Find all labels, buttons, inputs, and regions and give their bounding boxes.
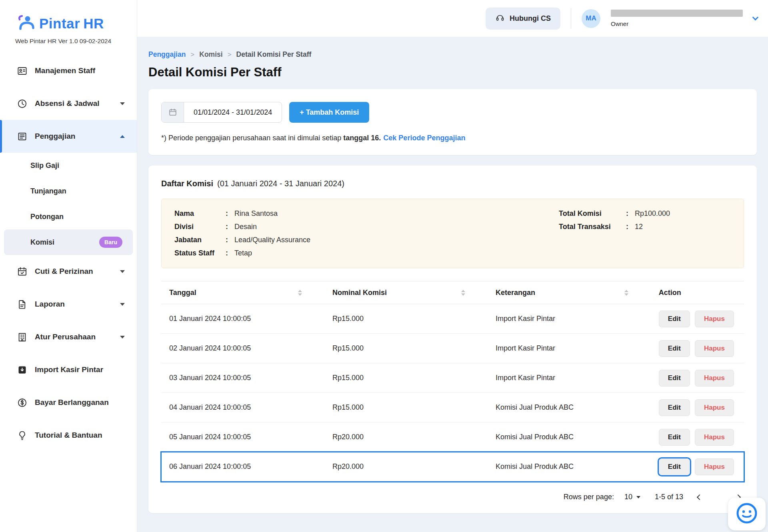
sidebar-item-penggajian[interactable]: Penggajian [0,120,137,153]
breadcrumb: Penggajian > Komisi > Detail Komisi Per … [148,50,757,59]
delete-button[interactable]: Hapus [695,429,734,446]
sidebar: PintarHR Web Pintar HR Ver 1.0 09-02-202… [0,0,137,532]
edit-button[interactable]: Edit [659,429,690,446]
chevron-down-icon [120,303,125,306]
table-header-row: Tanggal Nominal Komisi Keterangan A [161,281,744,304]
sidebar-item-label: Bayar Berlangganan [35,398,109,407]
edit-button-highlighted[interactable]: Edit [659,458,690,475]
check-period-link[interactable]: Cek Periode Penggajian [383,134,465,142]
app-logo[interactable]: PintarHR [0,0,137,33]
sidebar-subitem-label: Slip Gaji [30,161,59,170]
headset-icon [495,13,505,24]
sidebar-item-label: Import Kasir Pintar [35,365,103,374]
filter-card: 01/01/2024 - 31/01/2024 + Tambah Komisi … [148,89,757,155]
sidebar-subitem-potongan[interactable]: Potongan [4,204,133,229]
date-range-input[interactable]: 01/01/2024 - 31/01/2024 [161,102,282,123]
sidebar-subitem-tunjangan[interactable]: Tunjangan [4,178,133,204]
sidebar-item-import-kasir-pintar[interactable]: Import Kasir Pintar [0,353,137,386]
contact-cs-button[interactable]: Hubungi CS [486,8,560,30]
delete-button[interactable]: Hapus [695,340,734,357]
app-root: PintarHR Web Pintar HR Ver 1.0 09-02-202… [0,0,768,532]
sidebar-item-absensi-jadwal[interactable]: Absensi & Jadwal [0,87,137,120]
dollar-circle-icon [17,397,28,408]
user-role: Owner [611,20,743,27]
sidebar-item-manajemen-staff[interactable]: Manajemen Staff [0,54,137,87]
delete-button[interactable]: Hapus [695,370,734,387]
delete-button[interactable]: Hapus [695,311,734,327]
breadcrumb-separator-icon: > [228,51,232,59]
page-content: Penggajian > Komisi > Detail Komisi Per … [137,37,768,532]
list-title: Daftar Komisi [161,179,213,188]
cell-tanggal: 03 Januari 2024 10:00:05 [161,374,324,382]
cell-keterangan: Import Kasir Pintar [488,344,651,353]
info-row-total-komisi: Total KomisiRp100.000 [559,209,731,218]
commission-table: Tanggal Nominal Komisi Keterangan A [161,281,744,482]
sidebar-item-cuti-perizinan[interactable]: Cuti & Perizinan [0,255,137,288]
edit-button[interactable]: Edit [659,340,690,357]
sort-icon [461,290,465,296]
sidebar-item-label: Penggajian [35,132,75,141]
cell-tanggal: 06 Januari 2024 10:00:05 [161,462,324,471]
sidebar-item-atur-perusahaan[interactable]: Atur Perusahaan [0,321,137,353]
table-header-keterangan[interactable]: Keterangan [488,289,651,297]
sidebar-item-bayar-berlangganan[interactable]: Bayar Berlangganan [0,386,137,419]
info-row-jabatan: JabatanLead/Quality Assurance [174,236,559,244]
table-header-action: Action [651,289,744,297]
cell-keterangan: Komisi Jual Produk ABC [488,433,651,441]
chevron-up-icon [120,135,125,138]
user-menu-chevron-down-icon[interactable] [752,14,759,21]
breadcrumb-separator-icon: > [190,51,194,59]
topbar: Hubungi CS MA Owner [137,0,768,37]
chat-widget-button[interactable] [728,498,766,530]
sidebar-item-laporan[interactable]: Laporan [0,288,137,321]
cell-tanggal: 04 Januari 2024 10:00:05 [161,403,324,412]
import-icon [17,365,28,375]
payroll-icon [17,131,28,142]
sidebar-subitem-komisi[interactable]: Komisi Baru [4,229,133,255]
sort-icon [624,290,628,296]
chevron-down-icon [120,102,125,105]
smiley-icon [736,502,758,526]
user-avatar[interactable]: MA [582,9,600,28]
lightbulb-icon [17,430,28,441]
cell-nominal: Rp15.000 [324,374,488,382]
cell-keterangan: Komisi Jual Produk ABC [488,462,651,471]
table-header-nominal-komisi[interactable]: Nominal Komisi [324,289,488,297]
breadcrumb-penggajian[interactable]: Penggajian [148,50,186,59]
user-name-redacted [611,10,743,17]
cell-nominal: Rp15.000 [324,344,488,353]
list-period: (01 Januari 2024 - 31 Januari 2024) [217,179,344,188]
sidebar-item-label: Tutorial & Bantuan [35,431,102,440]
table-row: 02 Januari 2024 10:00:05 Rp15.000 Import… [161,334,744,363]
delete-button[interactable]: Hapus [695,458,734,475]
sidebar-item-label: Laporan [35,300,65,309]
pagination: Rows per page: 10 1-5 of 13 [161,493,744,501]
table-row: 05 Januari 2024 10:00:05 Rp20.000 Komisi… [161,422,744,452]
sidebar-subitem-slip-gaji[interactable]: Slip Gaji [4,153,133,178]
cell-nominal: Rp20.000 [324,462,488,471]
previous-page-icon[interactable] [697,494,702,500]
sort-icon [298,290,302,296]
sidebar-subitem-label: Komisi [30,238,54,247]
edit-button[interactable]: Edit [659,311,690,327]
chevron-down-icon [120,336,125,339]
note-bold: tanggal 16. [343,134,381,142]
cell-nominal: Rp15.000 [324,403,488,412]
table-header-tanggal[interactable]: Tanggal [161,289,324,297]
pintar-hr-logo-icon [17,14,35,33]
contact-cs-label: Hubungi CS [510,14,551,23]
list-title-row: Daftar Komisi (01 Januari 2024 - 31 Janu… [161,179,744,188]
add-commission-button[interactable]: + Tambah Komisi [289,102,369,123]
cell-keterangan: Komisi Jual Produk ABC [488,403,651,412]
chevron-down-icon [120,270,125,273]
edit-button[interactable]: Edit [659,399,690,416]
cell-keterangan: Import Kasir Pintar [488,315,651,323]
edit-button[interactable]: Edit [659,370,690,387]
sidebar-item-tutorial-bantuan[interactable]: Tutorial & Bantuan [0,419,137,452]
staff-info-left: NamaRina Santosa DivisiDesain JabatanLea… [174,209,559,257]
breadcrumb-komisi[interactable]: Komisi [199,50,222,59]
rows-per-page-select[interactable]: 10 [624,493,640,501]
delete-button[interactable]: Hapus [695,399,734,416]
page-title: Detail Komisi Per Staff [148,65,757,80]
id-card-icon [17,66,28,76]
